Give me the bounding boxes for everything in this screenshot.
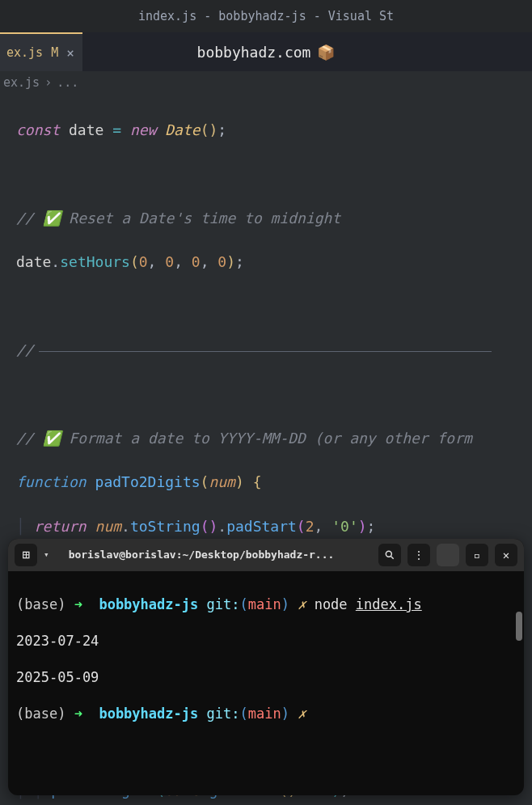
code-line: // ✅ Reset a Date's time to midnight — [16, 207, 532, 229]
terminal-title: borislav@borislav:~/Desktop/bobbyhadz-r.… — [56, 549, 372, 561]
close-icon[interactable]: × — [66, 45, 74, 61]
tab-label: ex.js — [6, 45, 43, 60]
code-line: date.setHours(0, 0, 0, 0); — [16, 251, 532, 273]
site-text: bobbyhadz.com — [197, 44, 311, 61]
minimize-button[interactable] — [437, 544, 459, 566]
maximize-button[interactable]: ▫ — [466, 544, 488, 566]
code-line — [16, 383, 532, 405]
site-overlay: bobbyhadz.com 📦 — [197, 44, 336, 61]
close-button[interactable]: ✕ — [495, 544, 517, 566]
tab-bar: ex.js M × bobbyhadz.com 📦 — [0, 32, 532, 71]
breadcrumb-file: ex.js — [3, 75, 40, 90]
code-line — [16, 295, 532, 317]
tab-index-js[interactable]: ex.js M × — [0, 32, 82, 71]
chevron-right-icon: › — [44, 75, 52, 90]
search-icon[interactable] — [378, 544, 401, 566]
menu-icon[interactable]: ⋮ — [407, 544, 430, 566]
code-line: function padTo2Digits(num) { — [16, 471, 532, 493]
terminal-titlebar[interactable]: ⊞ ▾ borislav@borislav:~/Desktop/bobbyhad… — [8, 539, 524, 571]
terminal-window: ⊞ ▾ borislav@borislav:~/Desktop/bobbyhad… — [8, 539, 524, 796]
window-title: index.js - bobbyhadz-js - Visual St — [138, 9, 394, 23]
terminal-line: (base) ➜ bobbyhadz-js git:(main) ✗ — [16, 705, 516, 723]
breadcrumb-more: ... — [57, 75, 78, 90]
window-titlebar: index.js - bobbyhadz-js - Visual St — [0, 0, 532, 32]
tab-modified-badge: M — [51, 45, 58, 60]
dropdown-icon[interactable]: ▾ — [44, 549, 49, 560]
terminal-body[interactable]: (base) ➜ bobbyhadz-js git:(main) ✗ node … — [8, 571, 524, 796]
terminal-scrollbar[interactable] — [516, 612, 522, 641]
new-tab-button[interactable]: ⊞ — [15, 544, 37, 566]
code-line: // — [16, 339, 532, 361]
terminal-output: 2025-05-09 — [16, 668, 516, 687]
code-line — [16, 163, 532, 185]
code-line: // ✅ Format a date to YYYY-MM-DD (or any… — [16, 427, 532, 449]
svg-point-0 — [386, 551, 391, 557]
terminal-line: (base) ➜ bobbyhadz-js git:(main) ✗ node … — [16, 595, 516, 614]
box-icon: 📦 — [317, 44, 335, 61]
code-line: │ return num.toString().padStart(2, '0')… — [16, 515, 532, 537]
terminal-output: 2023-07-24 — [16, 632, 516, 650]
svg-line-1 — [391, 556, 393, 558]
breadcrumb[interactable]: ex.js › ... — [0, 71, 532, 94]
code-line: const date = new Date(); — [16, 119, 532, 141]
